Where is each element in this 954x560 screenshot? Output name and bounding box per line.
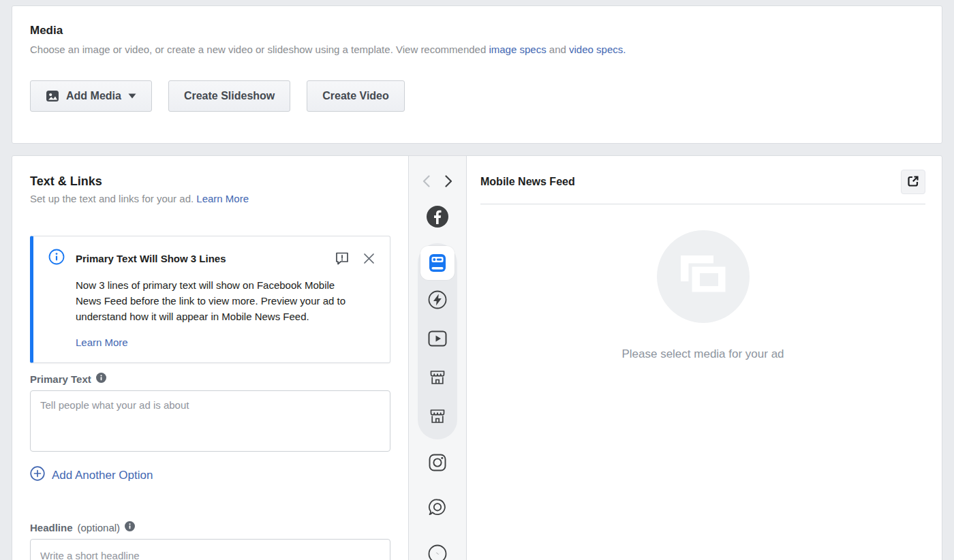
video-specs-link[interactable]: video specs. [569, 44, 626, 55]
media-title: Media [30, 24, 924, 37]
ad-content-section: Text & Links Set up the text and links f… [12, 155, 942, 560]
notice-actions [333, 249, 376, 267]
create-slideshow-button[interactable]: Create Slideshow [168, 80, 290, 112]
add-another-option-label: Add Another Option [52, 469, 153, 482]
external-link-icon [906, 174, 920, 190]
headline-label-row: Headline (optional) [30, 521, 390, 533]
chevron-left-icon[interactable] [422, 175, 430, 187]
facebook-placements-group [418, 243, 457, 439]
media-buttons-row: Add Media Create Slideshow Create Video [30, 80, 924, 112]
chevron-down-icon [128, 93, 136, 99]
text-links-section: Text & Links Set up the text and links f… [12, 156, 408, 560]
facebook-icon[interactable] [426, 205, 449, 228]
instagram-icon[interactable] [428, 444, 447, 482]
headline-optional-label: (optional) [78, 522, 121, 533]
create-slideshow-label: Create Slideshow [184, 90, 275, 102]
info-tooltip-icon[interactable] [96, 373, 106, 385]
preview-nav-strip [408, 156, 467, 560]
add-media-button[interactable]: Add Media [30, 80, 152, 112]
feedback-icon[interactable] [333, 249, 351, 267]
chevron-right-icon[interactable] [445, 175, 452, 187]
open-preview-button[interactable] [901, 170, 925, 194]
text-links-subtitle-text: Set up the text and links for your ad. [30, 193, 194, 204]
audience-network-icon[interactable] [427, 488, 448, 527]
notice-learn-more-link[interactable]: Learn More [76, 337, 128, 348]
text-links-title: Text & Links [30, 174, 390, 189]
ad-setup-page: Media Choose an image or video, or creat… [0, 0, 954, 560]
instant-articles-icon[interactable] [418, 280, 457, 319]
marketplace-icon[interactable] [418, 358, 457, 396]
close-icon[interactable] [362, 251, 376, 266]
add-media-label: Add Media [66, 90, 121, 102]
plus-circle-icon [30, 466, 45, 484]
create-video-button[interactable]: Create Video [307, 80, 405, 112]
info-tooltip-icon[interactable] [125, 521, 135, 533]
notice-body: Now 3 lines of primary text will show on… [76, 277, 362, 324]
primary-text-label-row: Primary Text [30, 373, 390, 385]
info-circle-icon [48, 249, 65, 268]
preview-pager [422, 175, 452, 187]
primary-text-label: Primary Text [30, 373, 91, 385]
headline-input[interactable] [30, 539, 390, 560]
primary-text-input[interactable] [30, 390, 390, 452]
media-section: Media Choose an image or video, or creat… [12, 5, 942, 144]
preview-empty-state: Please select media for your ad [480, 204, 925, 361]
preview-title: Mobile News Feed [480, 176, 575, 188]
preview-header: Mobile News Feed [480, 170, 925, 194]
mobile-news-feed-icon[interactable] [420, 246, 455, 280]
text-links-subtitle: Set up the text and links for your ad. L… [30, 193, 390, 205]
image-icon [46, 89, 59, 103]
preview-panel: Mobile News Feed Please select media for… [467, 156, 942, 560]
in-stream-video-icon[interactable] [418, 319, 457, 358]
primary-text-notice: Primary Text Will Show 3 Lines Now 3 lin… [30, 236, 390, 363]
create-video-label: Create Video [322, 90, 389, 102]
add-another-option-link[interactable]: Add Another Option [30, 466, 153, 484]
media-placeholder-icon [657, 230, 750, 323]
messenger-icon[interactable] [427, 535, 448, 560]
headline-label: Headline [30, 522, 73, 533]
notice-title: Primary Text Will Show 3 Lines [76, 253, 333, 264]
media-description-text: Choose an image or video, or create a ne… [30, 44, 489, 55]
notice-header: Primary Text Will Show 3 Lines [48, 249, 376, 268]
text-links-learn-more-link[interactable]: Learn More [196, 193, 249, 204]
shops-icon[interactable] [418, 396, 457, 435]
media-description-and: and [547, 44, 569, 55]
empty-state-text: Please select media for your ad [621, 347, 784, 361]
media-description: Choose an image or video, or create a ne… [30, 44, 924, 55]
image-specs-link[interactable]: image specs [489, 44, 546, 55]
